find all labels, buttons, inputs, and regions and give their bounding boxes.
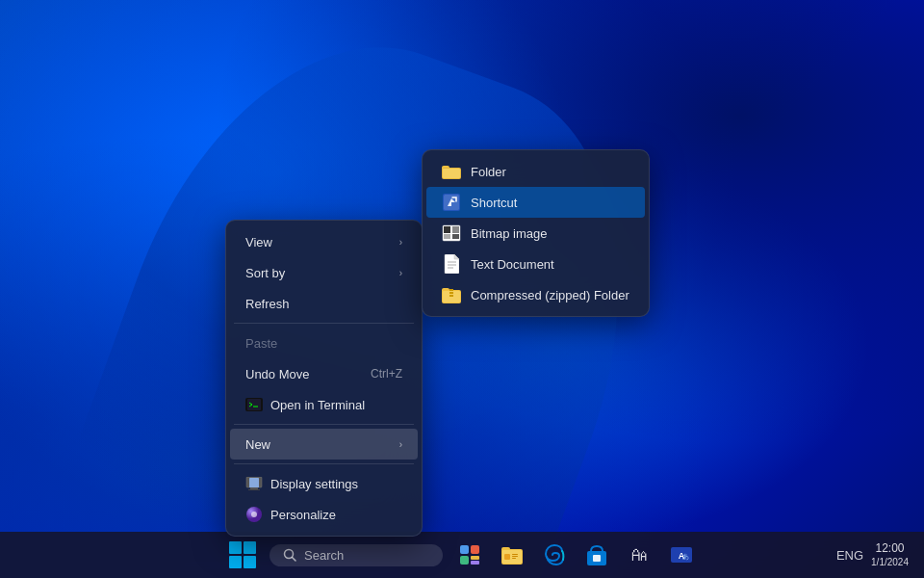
svg-rect-26 [449, 292, 453, 294]
taskbar: Search [0, 532, 924, 578]
svg-rect-11 [443, 169, 460, 178]
system-tray: ENG 12:00 1/1/2024 [836, 541, 909, 569]
folder-label: Folder [471, 165, 506, 179]
svg-rect-38 [504, 554, 510, 560]
svg-rect-4 [250, 487, 258, 489]
svg-rect-43 [593, 555, 601, 562]
svg-rect-5 [248, 489, 260, 490]
menu-item-undo-move[interactable]: Undo Move Ctrl+Z [230, 358, 418, 389]
submenu-item-bitmap[interactable]: Bitmap image [426, 218, 645, 249]
text-document-icon [442, 254, 461, 274]
search-label: Search [304, 548, 344, 563]
language-icon: A あ [670, 543, 693, 566]
windows-logo-button[interactable] [223, 536, 262, 574]
file-explorer-icon [500, 544, 524, 565]
svg-rect-16 [452, 226, 459, 233]
bitmap-label: Bitmap image [471, 226, 547, 241]
search-bar[interactable]: Search [270, 544, 443, 566]
desktop: View › Sort by › Refresh Paste Undo Move… [0, 0, 924, 578]
display-settings-icon [245, 475, 263, 492]
menu-item-refresh[interactable]: Refresh [230, 288, 418, 319]
svg-rect-25 [449, 289, 453, 291]
menu-item-personalize[interactable]: Personalize [230, 499, 418, 530]
submenu-item-compressed[interactable]: Compressed (zipped) Folder [426, 279, 645, 310]
language-button[interactable]: A あ [662, 536, 701, 574]
settings-icon: 🗛 [628, 543, 651, 566]
new-submenu: Folder Shortcut [422, 149, 650, 317]
submenu-item-shortcut[interactable]: Shortcut [426, 187, 645, 218]
menu-item-sort-by[interactable]: Sort by › [230, 257, 418, 288]
divider-1 [234, 323, 414, 324]
svg-text:あ: あ [682, 553, 689, 561]
menu-item-paste: Paste [230, 328, 418, 358]
svg-rect-41 [512, 558, 516, 559]
widgets-icon [458, 543, 481, 566]
svg-line-29 [293, 558, 296, 562]
svg-rect-32 [460, 556, 469, 565]
windows-icon [229, 541, 256, 568]
store-button[interactable] [578, 536, 616, 574]
menu-item-open-terminal[interactable]: Open in Terminal [230, 389, 418, 420]
search-icon [283, 548, 296, 562]
svg-rect-33 [471, 556, 479, 560]
tray-time: 12:00 1/1/2024 [871, 541, 909, 569]
svg-rect-17 [444, 234, 450, 239]
shortcut-label: Shortcut [471, 196, 517, 210]
personalize-icon [245, 506, 263, 523]
shortcut-icon-item [442, 193, 461, 212]
bitmap-icon [442, 223, 461, 243]
svg-rect-40 [512, 556, 518, 557]
svg-rect-31 [471, 545, 479, 554]
divider-2 [234, 424, 414, 425]
menu-item-view[interactable]: View › [230, 226, 418, 257]
tray-language-icon[interactable]: ENG [836, 548, 863, 563]
svg-rect-15 [444, 226, 450, 233]
taskbar-center: Search [223, 536, 701, 574]
menu-item-display-settings[interactable]: Display settings [230, 468, 418, 499]
svg-point-7 [251, 512, 257, 517]
terminal-icon [245, 396, 263, 413]
svg-rect-0 [247, 399, 261, 410]
settings-button[interactable]: 🗛 [620, 536, 658, 574]
submenu-item-text-doc[interactable]: Text Document [426, 249, 645, 279]
context-menu: View › Sort by › Refresh Paste Undo Move… [225, 220, 423, 537]
svg-rect-18 [452, 234, 459, 239]
svg-rect-34 [471, 561, 479, 565]
zip-folder-icon [442, 285, 461, 304]
menu-item-new[interactable]: New › [230, 429, 418, 460]
file-explorer-button[interactable] [493, 536, 531, 574]
svg-rect-39 [512, 554, 518, 555]
widgets-button[interactable] [450, 536, 489, 574]
sort-arrow-icon: › [399, 268, 402, 278]
svg-rect-3 [249, 478, 259, 487]
submenu-item-folder[interactable]: Folder [426, 156, 645, 187]
store-icon [586, 543, 607, 566]
search-button[interactable]: Search [266, 536, 447, 574]
divider-3 [234, 463, 414, 464]
svg-rect-27 [449, 295, 453, 297]
folder-icon [442, 162, 461, 181]
view-arrow-icon: › [399, 237, 402, 248]
svg-rect-30 [460, 545, 469, 554]
edge-icon [543, 543, 566, 566]
compressed-folder-label: Compressed (zipped) Folder [471, 288, 629, 302]
edge-button[interactable] [535, 536, 574, 574]
new-arrow-icon: › [399, 439, 402, 450]
svg-text:🗛: 🗛 [629, 543, 649, 565]
text-doc-label: Text Document [471, 257, 554, 272]
